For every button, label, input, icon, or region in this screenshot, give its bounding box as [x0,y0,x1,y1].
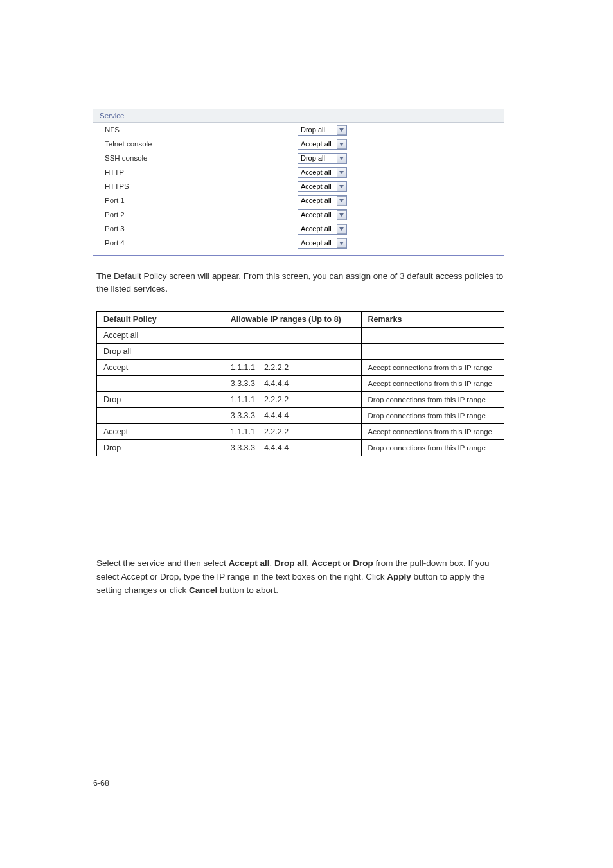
service-row: NFS Drop all [93,123,504,137]
service-label: HTTP [93,168,298,176]
service-row: Port 4 Accept all [93,236,504,250]
policy-select-value: Accept all [298,140,337,148]
policy-select-value: Accept all [298,182,337,190]
service-label: Port 4 [93,239,298,247]
service-label: Telnet console [93,140,298,148]
policy-select[interactable]: Accept all [298,238,347,249]
service-body: NFS Drop all Telnet console Accept all [93,123,504,256]
service-label: Port 1 [93,197,298,204]
chevron-down-icon [337,238,346,248]
service-row: HTTP Accept all [93,165,504,179]
chevron-down-icon [337,154,346,163]
policy-select[interactable]: Accept all [298,224,347,235]
table-row: Drop all [97,344,504,360]
policy-select[interactable]: Accept all [298,139,347,150]
chevron-down-icon [337,210,346,220]
policy-select[interactable]: Accept all [298,195,347,206]
table-row: Accept all [97,328,504,344]
policy-select-value: Accept all [298,239,337,247]
service-row: Port 1 Accept all [93,193,504,208]
table-row: 3.3.3.3 – 4.4.4.4 Drop connections from … [97,408,504,424]
service-row: Telnet console Accept all [93,137,504,151]
intro-paragraph: The Default Policy screen will appear. F… [96,270,508,296]
col-ip-ranges: Allowable IP ranges (Up to 8) [224,312,361,328]
col-remarks: Remarks [361,312,504,328]
service-panel: Service NFS Drop all Telnet console Acce… [93,109,504,256]
table-row: Accept 1.1.1.1 – 2.2.2.2 Accept connecti… [97,424,504,440]
table-row: Drop 3.3.3.3 – 4.4.4.4 Drop connections … [97,440,504,456]
policy-select-value: Drop all [298,154,337,162]
policy-select-value: Accept all [298,197,337,204]
service-label: SSH console [93,154,298,162]
policy-select-value: Accept all [298,211,337,218]
table-head-row: Default Policy Allowable IP ranges (Up t… [97,312,504,328]
policy-select[interactable]: Drop all [298,125,347,136]
page-number: 6-68 [93,779,109,788]
policy-select[interactable]: Accept all [298,181,347,192]
table-row: Drop 1.1.1.1 – 2.2.2.2 Drop connections … [97,392,504,408]
instructions-paragraph: Select the service and then select Accep… [96,557,508,598]
chevron-down-icon [337,182,346,191]
service-row: HTTPS Accept all [93,179,504,193]
chevron-down-icon [337,125,346,135]
policy-table: Default Policy Allowable IP ranges (Up t… [96,311,504,456]
policy-select-value: Accept all [298,168,337,176]
table-row: Accept 1.1.1.1 – 2.2.2.2 Accept connecti… [97,360,504,376]
chevron-down-icon [337,224,346,234]
policy-select[interactable]: Accept all [298,167,347,178]
table-row: 3.3.3.3 – 4.4.4.4 Accept connections fro… [97,376,504,392]
service-row: SSH console Drop all [93,151,504,165]
chevron-down-icon [337,168,346,177]
service-row: Port 2 Accept all [93,208,504,222]
policy-select[interactable]: Drop all [298,153,347,164]
service-label: Port 3 [93,225,298,233]
service-header-label: Service [100,112,124,120]
service-label: Port 2 [93,211,298,218]
service-row: Port 3 Accept all [93,222,504,236]
service-label: HTTPS [93,182,298,190]
chevron-down-icon [337,196,346,206]
policy-select-value: Drop all [298,126,337,134]
service-label: NFS [93,126,298,134]
col-default-policy: Default Policy [97,312,224,328]
service-header: Service [93,109,504,123]
policy-select[interactable]: Accept all [298,209,347,220]
chevron-down-icon [337,139,346,149]
policy-select-value: Accept all [298,225,337,233]
